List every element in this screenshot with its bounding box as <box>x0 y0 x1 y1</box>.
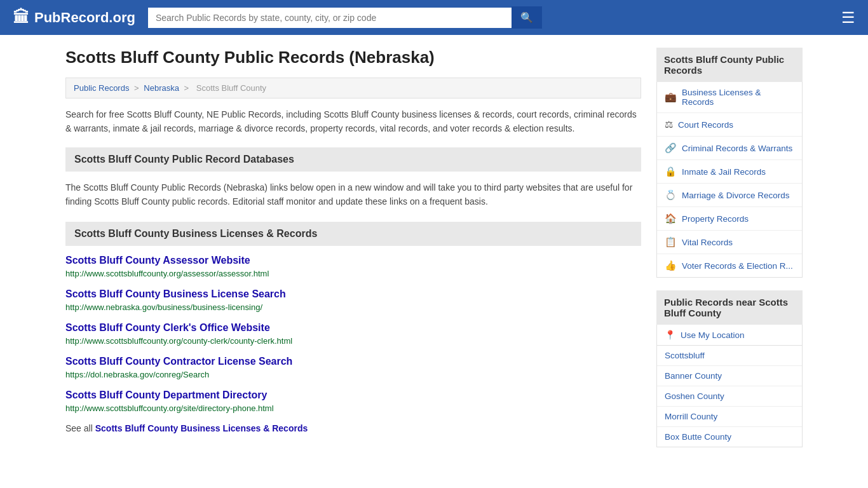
records-list: Scotts Bluff County Assessor Website htt… <box>65 255 641 413</box>
use-my-location-link[interactable]: 📍 Use My Location <box>657 325 802 345</box>
list-item: 🔗 Criminal Records & Warrants <box>657 137 802 160</box>
record-entry: Scotts Bluff County Clerk's Office Websi… <box>65 322 641 346</box>
location-icon: 📍 <box>665 330 675 340</box>
list-item: 💍 Marriage & Divorce Records <box>657 184 802 207</box>
record-url-contractor-license[interactable]: https://dol.nebraska.gov/conreg/Search <box>65 370 209 379</box>
logo-text: PubRecord.org <box>34 10 135 26</box>
record-url-department-directory[interactable]: http://www.scottsbluffcounty.org/site/di… <box>65 403 274 413</box>
search-input[interactable] <box>148 8 512 28</box>
sidebar-item-label: Property Records <box>682 214 749 224</box>
record-title-contractor-license[interactable]: Scotts Bluff County Contractor License S… <box>65 356 641 367</box>
sidebar-item-label: Business Licenses & Records <box>682 88 794 107</box>
record-entry: Scotts Bluff County Department Directory… <box>65 390 641 413</box>
databases-description: The Scotts Bluff County Public Records (… <box>65 180 641 209</box>
record-url-clerks-office[interactable]: http://www.scottsbluffcounty.org/county-… <box>65 336 292 346</box>
nearby-banner-county[interactable]: Banner County <box>657 366 802 386</box>
see-all-text: See all Scotts Bluff County Business Lic… <box>65 423 641 433</box>
list-item: Box Butte County <box>657 427 802 447</box>
sidebar-item-court-records[interactable]: ⚖ Court Records <box>657 113 802 136</box>
list-item: 🏠 Property Records <box>657 207 802 231</box>
main-container: Scotts Bluff County Public Records (Nebr… <box>53 35 815 473</box>
record-entry: Scotts Bluff County Contractor License S… <box>65 356 641 379</box>
breadcrumb-link-nebraska[interactable]: Nebraska <box>144 83 179 93</box>
record-title-clerks-office[interactable]: Scotts Bluff County Clerk's Office Websi… <box>65 322 641 334</box>
list-item: 🔒 Inmate & Jail Records <box>657 160 802 184</box>
search-icon: 🔍 <box>520 12 533 23</box>
breadcrumb-separator-1: > <box>134 83 141 93</box>
thumbsup-icon: 👍 <box>665 260 677 271</box>
intro-text: Search for free Scotts Bluff County, NE … <box>65 107 641 136</box>
list-item: Goshen County <box>657 386 802 407</box>
sidebar-item-label: Inmate & Jail Records <box>682 167 766 177</box>
list-item: Banner County <box>657 366 802 386</box>
list-item: 💼 Business Licenses & Records <box>657 82 802 113</box>
record-entry: Scotts Bluff County Assessor Website htt… <box>65 255 641 278</box>
sidebar-item-inmate-records[interactable]: 🔒 Inmate & Jail Records <box>657 160 802 183</box>
list-item: Morrill County <box>657 407 802 427</box>
nearby-scottsbluff[interactable]: Scottsbluff <box>657 346 802 365</box>
sidebar-item-business-licenses[interactable]: 💼 Business Licenses & Records <box>657 82 802 112</box>
site-logo[interactable]: 🏛 PubRecord.org <box>13 8 135 27</box>
breadcrumb: Public Records > Nebraska > Scotts Bluff… <box>65 78 641 98</box>
sidebar-item-voter-records[interactable]: 👍 Voter Records & Election R... <box>657 254 802 277</box>
sidebar-item-label: Voter Records & Election R... <box>682 261 793 271</box>
sidebar-item-label: Marriage & Divorce Records <box>682 191 790 200</box>
list-item: 📍 Use My Location <box>657 325 802 345</box>
sidebar-public-records-section: Scotts Bluff County Public Records 💼 Bus… <box>656 48 803 278</box>
lock-icon: 🔒 <box>665 166 677 177</box>
sidebar-nearby-plain-list: Scottsbluff Banner County Goshen County … <box>656 346 803 447</box>
see-all-link[interactable]: Scotts Bluff County Business Licenses & … <box>95 423 308 433</box>
nearby-goshen-county[interactable]: Goshen County <box>657 386 802 406</box>
sidebar-item-label: Criminal Records & Warrants <box>682 144 792 153</box>
sidebar-item-criminal-records[interactable]: 🔗 Criminal Records & Warrants <box>657 137 802 159</box>
search-bar: 🔍 <box>148 6 542 29</box>
sidebar-item-label: Vital Records <box>682 238 733 247</box>
menu-icon[interactable]: ☰ <box>841 9 855 27</box>
use-my-location-label: Use My Location <box>681 330 745 340</box>
databases-section-header: Scotts Bluff County Public Record Databa… <box>65 147 641 172</box>
record-title-assessor[interactable]: Scotts Bluff County Assessor Website <box>65 255 641 266</box>
business-section-header: Scotts Bluff County Business Licenses & … <box>65 222 641 246</box>
list-item: Scottsbluff <box>657 346 802 366</box>
list-item: 👍 Voter Records & Election R... <box>657 254 802 277</box>
nearby-morrill-county[interactable]: Morrill County <box>657 407 802 426</box>
sidebar-section-1-title: Scotts Bluff County Public Records <box>656 48 803 82</box>
page-title: Scotts Bluff County Public Records (Nebr… <box>65 48 641 67</box>
briefcase-icon: 💼 <box>665 92 677 103</box>
scales-icon: ⚖ <box>665 119 673 130</box>
site-header: 🏛 PubRecord.org 🔍 ☰ <box>0 0 868 35</box>
sidebar: Scotts Bluff County Public Records 💼 Bus… <box>656 48 803 460</box>
link-icon: 🔗 <box>665 142 677 154</box>
sidebar-item-label: Court Records <box>678 120 733 130</box>
search-button[interactable]: 🔍 <box>512 6 542 29</box>
list-item: ⚖ Court Records <box>657 113 802 137</box>
breadcrumb-separator-2: > <box>184 83 191 93</box>
nearby-box-butte-county[interactable]: Box Butte County <box>657 427 802 447</box>
sidebar-item-property-records[interactable]: 🏠 Property Records <box>657 207 802 230</box>
record-url-assessor[interactable]: http://www.scottsbluffcounty.org/assesso… <box>65 269 269 278</box>
record-url-business-license[interactable]: http://www.nebraska.gov/business/busines… <box>65 302 262 312</box>
breadcrumb-current: Scotts Bluff County <box>196 83 266 93</box>
document-icon: 📋 <box>665 236 677 248</box>
sidebar-nearby-list: 📍 Use My Location <box>656 325 803 346</box>
record-title-business-license[interactable]: Scotts Bluff County Business License Sea… <box>65 288 641 300</box>
sidebar-records-list: 💼 Business Licenses & Records ⚖ Court Re… <box>656 82 803 278</box>
home-icon: 🏠 <box>665 213 677 224</box>
sidebar-item-marriage-records[interactable]: 💍 Marriage & Divorce Records <box>657 184 802 207</box>
sidebar-item-vital-records[interactable]: 📋 Vital Records <box>657 231 802 254</box>
sidebar-section-2-title: Public Records near Scotts Bluff County <box>656 290 803 325</box>
record-title-department-directory[interactable]: Scotts Bluff County Department Directory <box>65 390 641 401</box>
breadcrumb-link-public-records[interactable]: Public Records <box>74 83 129 93</box>
ring-icon: 💍 <box>665 189 677 201</box>
record-entry: Scotts Bluff County Business License Sea… <box>65 288 641 312</box>
logo-icon: 🏛 <box>13 8 29 27</box>
sidebar-nearby-section: Public Records near Scotts Bluff County … <box>656 290 803 447</box>
content-area: Scotts Bluff County Public Records (Nebr… <box>65 48 641 460</box>
list-item: 📋 Vital Records <box>657 231 802 254</box>
